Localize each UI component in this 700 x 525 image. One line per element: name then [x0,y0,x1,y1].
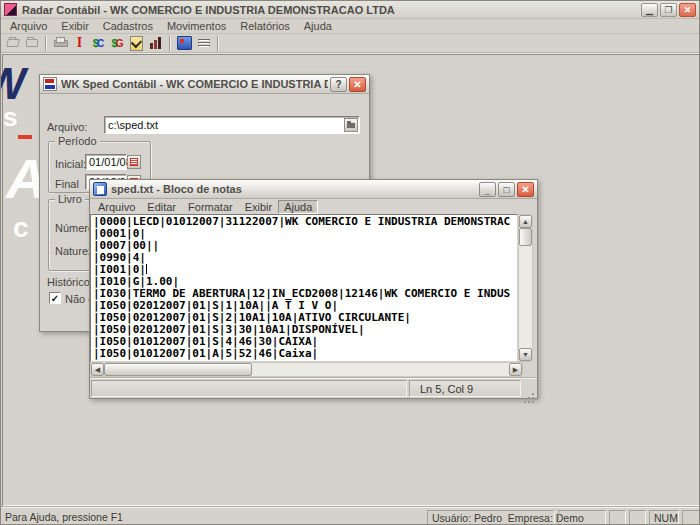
vertical-scroll-thumb[interactable] [519,228,532,246]
notepad-statusbar: Ln 5, Col 9 [90,377,537,398]
text-cursor [146,264,147,274]
notepad-maximize-button[interactable]: □ [498,182,515,197]
menu-ajuda[interactable]: Ajuda [297,20,339,32]
main-titlebar: Radar Contábil - WK COMERCIO E INDUSTRIA… [1,1,699,19]
notepad-menu-exibir[interactable]: Exibir [239,200,279,214]
main-window-title: Radar Contábil - WK COMERCIO E INDUSTRIA… [22,4,641,16]
status-panel-empty [682,510,700,525]
list-icon[interactable] [195,35,212,51]
print-icon[interactable] [52,35,69,51]
toolbar-separator [169,36,171,51]
scroll-up-icon[interactable]: ▲ [519,215,532,228]
close-button[interactable]: ✕ [679,3,696,17]
restore-button[interactable]: ❐ [660,3,677,17]
notepad-title: sped.txt - Bloco de notas [111,183,477,195]
resize-grip[interactable] [523,380,536,397]
arquivo-label: Arquivo: [47,121,87,133]
notepad-menubar: Arquivo Editar Formatar Exibir Ajuda [90,199,537,214]
menu-movimentos[interactable]: Movimentos [160,20,233,32]
text-line: |0007|00|| [93,240,517,252]
status-num-lock: NUM [649,510,679,525]
text-line: |I050|01012007|01|A|5|52|46|Caixa| [93,348,517,360]
inicial-label: Inicial: [55,158,86,170]
main-toolbar: I $C $G [1,34,699,53]
radar-contabil-window: Radar Contábil - WK COMERCIO E INDUSTRIA… [0,0,700,525]
text-line: |0990|4| [93,252,517,264]
notepad-menu-editar[interactable]: Editar [141,200,182,214]
arquivo-value[interactable]: c:\sped.txt [105,119,344,131]
status-panel-empty [558,510,606,525]
scroll-left-icon[interactable]: ◀ [91,363,104,376]
toolbar-separator [217,36,219,51]
toolbar-separator [45,36,47,51]
vertical-scrollbar[interactable]: ▲ ▼ [518,214,533,362]
inicial-field[interactable]: 01/01/08 [85,154,141,170]
notepad-menu-arquivo[interactable]: Arquivo [92,200,141,214]
letter-i-icon[interactable]: I [71,35,88,51]
watermark-red-dash [18,135,32,139]
folder-icon[interactable] [23,35,40,51]
wk-sped-icon [43,77,57,91]
periodo-label: Período [55,135,100,147]
notepad-text-area[interactable]: |0000|LECD|01012007|31122007|WK COMERCIO… [90,214,518,362]
status-user-company: Usuário: Pedro Empresa: Demo [427,510,555,525]
arquivo-field[interactable]: c:\sped.txt [104,116,360,134]
notepad-window: sped.txt - Bloco de notas _ □ ✕ Arquivo … [89,179,538,399]
dialog-titlebar[interactable]: WK Sped Contábil - WK COMERCIO E INDUSTR… [40,75,369,94]
text-line: |0000|LECD|01012007|31122007|WK COMERCIO… [93,216,517,228]
horizontal-scrollbar[interactable]: ◀ ▶ [90,362,523,377]
notepad-close-button[interactable]: ✕ [517,182,534,197]
menu-relatorios[interactable]: Relatórios [233,20,297,32]
report-doc-icon[interactable] [128,35,145,51]
scroll-right-icon[interactable]: ▶ [509,363,522,376]
notepad-titlebar[interactable]: sped.txt - Bloco de notas _ □ ✕ [90,180,537,199]
app-icon [4,3,17,16]
menu-cadastros[interactable]: Cadastros [96,20,160,32]
notepad-icon [93,182,107,196]
menu-exibir[interactable]: Exibir [54,20,96,32]
livro-label: Livro [55,193,85,205]
nao-gerar-checkbox[interactable]: ✓ [49,292,61,304]
watermark-letter-s: s [3,102,17,133]
status-panel-empty [629,510,646,525]
final-label: Final [55,178,79,190]
scroll-down-icon[interactable]: ▼ [519,348,532,361]
main-statusbar: Para Ajuda, pressione F1 Usuário: Pedro … [1,507,700,525]
notepad-minimize-button[interactable]: _ [479,182,496,197]
inicial-value[interactable]: 01/01/08 [85,154,127,170]
horizontal-scroll-thumb[interactable] [104,363,252,376]
bar-chart-icon[interactable] [147,35,164,51]
minimize-button[interactable]: ▁ [641,3,658,17]
watermark-letter-c: c [13,212,29,244]
status-panel-empty [609,510,626,525]
main-menubar: Arquivo Exibir Cadastros Movimentos Rela… [1,19,699,34]
notepad-status-panel [91,380,407,397]
dollar-g-icon[interactable]: $G [109,35,126,51]
browse-button[interactable] [344,118,358,132]
dollar-c-icon[interactable]: $C [90,35,107,51]
cursor-position-status: Ln 5, Col 9 [409,380,521,397]
notepad-menu-formatar[interactable]: Formatar [182,200,239,214]
notepad-menu-ajuda[interactable]: Ajuda [278,200,318,214]
dialog-close-button[interactable]: ✕ [349,77,366,92]
dialog-title: WK Sped Contábil - WK COMERCIO E INDUSTR… [61,78,328,90]
dialog-help-button[interactable]: ? [330,77,347,92]
calculator-icon[interactable] [176,35,193,51]
status-help-text: Para Ajuda, pressione F1 [1,511,427,523]
inicial-calendar-button[interactable] [127,155,141,169]
open-file-icon[interactable] [4,35,21,51]
menu-arquivo[interactable]: Arquivo [3,20,54,32]
